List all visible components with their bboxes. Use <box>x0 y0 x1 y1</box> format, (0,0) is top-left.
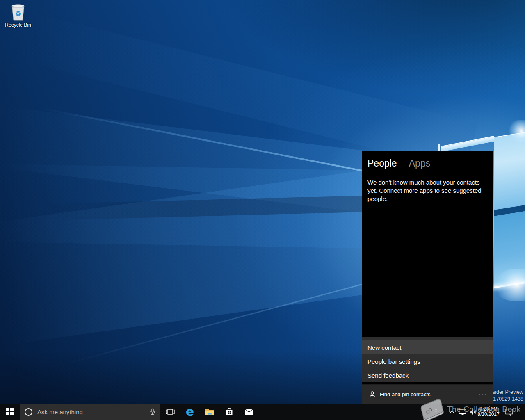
wallpaper-beam <box>0 0 478 171</box>
edge-button[interactable]: e <box>180 404 200 420</box>
desktop: ♻ Recycle Bin nsider Preview e.170829-14… <box>0 0 525 420</box>
insider-watermark-line1: nsider Preview <box>489 389 523 396</box>
wallpaper-glow <box>492 269 525 301</box>
store-icon <box>225 408 233 416</box>
window-logo-divider <box>494 205 525 216</box>
person-icon <box>369 391 376 398</box>
microphone-icon[interactable] <box>149 408 156 415</box>
window-logo-edge <box>494 282 525 288</box>
window-logo-pane <box>494 132 525 210</box>
insider-preview-watermark: nsider Preview e.170829-1438 <box>489 389 523 403</box>
more-options-button[interactable]: ... <box>479 391 488 398</box>
people-flyout: People Apps We don't know much about you… <box>362 151 493 404</box>
window-logo-pane <box>441 136 494 152</box>
mail-icon <box>244 409 253 415</box>
find-and-pin-contacts-button[interactable]: Find and pin contacts ... <box>362 384 493 404</box>
windows-logo-icon <box>6 408 14 415</box>
find-and-pin-contacts-label: Find and pin contacts <box>380 391 431 397</box>
svg-text:♻: ♻ <box>15 9 21 18</box>
chevron-up-icon <box>449 409 455 414</box>
edge-icon: e <box>186 406 194 418</box>
file-explorer-icon <box>205 408 215 415</box>
action-center-icon <box>505 408 514 416</box>
volume-icon <box>469 409 477 415</box>
recycle-bin-label: Recycle Bin <box>2 22 34 28</box>
file-explorer-button[interactable] <box>200 404 219 420</box>
task-view-button[interactable] <box>160 404 180 420</box>
window-logo-divider <box>438 144 440 151</box>
people-tray-button[interactable] <box>431 404 441 420</box>
clock-date: 8/30/2017 <box>477 412 499 418</box>
tab-apps[interactable]: Apps <box>409 158 430 169</box>
mail-button[interactable] <box>239 404 259 420</box>
cortana-search-box[interactable] <box>20 404 160 420</box>
people-tray-icon <box>433 409 439 415</box>
show-hidden-icons-button[interactable] <box>447 404 457 420</box>
people-flyout-tabs: People Apps <box>368 158 488 169</box>
store-button[interactable] <box>219 404 239 420</box>
menu-item-new-contact[interactable]: New contact <box>362 340 493 354</box>
cortana-icon <box>25 408 32 416</box>
recycle-bin-icon[interactable]: ♻ Recycle Bin <box>2 2 34 28</box>
insider-watermark-line2: e.170829-1438 <box>489 396 523 403</box>
task-view-icon <box>166 408 175 415</box>
recycle-bin-glyph: ♻ <box>9 2 27 21</box>
search-input[interactable] <box>37 409 149 415</box>
contacts-empty-message: We don't know much about your contacts y… <box>368 178 487 203</box>
taskbar: e <box>0 404 525 420</box>
clock[interactable]: 9:28 AM 8/30/2017 <box>477 404 500 420</box>
tab-people[interactable]: People <box>368 158 397 169</box>
action-center-button[interactable] <box>503 404 515 420</box>
network-icon <box>459 409 466 415</box>
clock-time: 9:28 AM <box>479 406 498 412</box>
wallpaper-glow <box>507 120 525 142</box>
window-logo-pane <box>494 211 525 287</box>
people-flyout-content: People Apps We don't know much about you… <box>362 151 493 337</box>
menu-item-send-feedback[interactable]: Send feedback <box>362 368 493 382</box>
people-flyout-menu: New contact People bar settings Send fee… <box>362 337 493 382</box>
menu-item-people-bar-settings[interactable]: People bar settings <box>362 354 493 368</box>
network-tray-button[interactable] <box>457 404 468 420</box>
start-button[interactable] <box>0 404 20 420</box>
